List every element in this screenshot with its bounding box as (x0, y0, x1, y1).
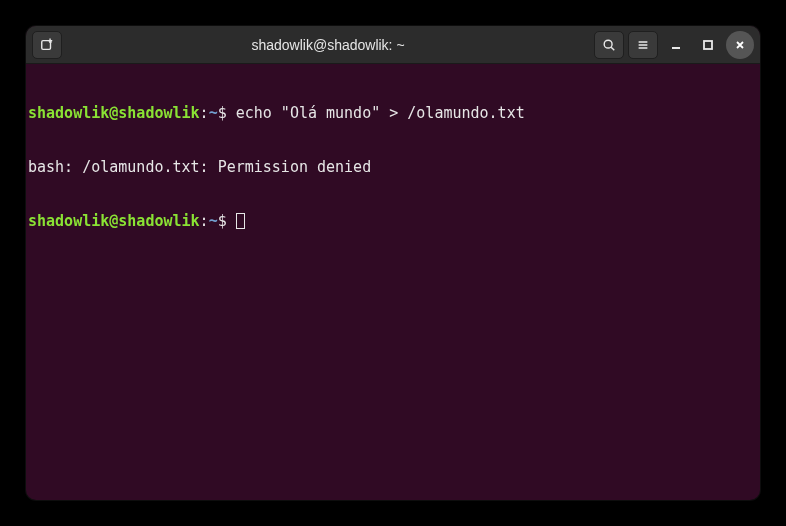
command-1: echo "Olá mundo" > /olamundo.txt (236, 104, 525, 122)
terminal-line: shadowlik@shadowlik:~$ (28, 212, 758, 230)
svg-point-1 (604, 40, 612, 48)
terminal-line: shadowlik@shadowlik:~$ echo "Olá mundo" … (28, 104, 758, 122)
prompt-path: ~ (209, 104, 218, 122)
prompt-symbol: $ (218, 104, 227, 122)
cursor-icon (236, 213, 245, 229)
close-button[interactable] (726, 31, 754, 59)
new-tab-button[interactable] (32, 31, 62, 59)
prompt-symbol: $ (218, 212, 227, 230)
command-text: echo "Olá mundo" > /olamundo.txt (227, 104, 525, 122)
menu-button[interactable] (628, 31, 658, 59)
prompt-path: ~ (209, 212, 218, 230)
minimize-button[interactable] (662, 31, 690, 59)
prompt-colon: : (200, 212, 209, 230)
maximize-button[interactable] (694, 31, 722, 59)
search-button[interactable] (594, 31, 624, 59)
prompt-user: shadowlik@shadowlik (28, 212, 200, 230)
prompt-user: shadowlik@shadowlik (28, 104, 200, 122)
titlebar: shadowlik@shadowlik: ~ (26, 26, 760, 64)
svg-rect-2 (704, 41, 712, 49)
terminal-body[interactable]: shadowlik@shadowlik:~$ echo "Olá mundo" … (26, 64, 760, 500)
terminal-window: shadowlik@shadowlik: ~ shadowlik@shadowl… (26, 26, 760, 500)
prompt-colon: : (200, 104, 209, 122)
window-title: shadowlik@shadowlik: ~ (66, 37, 590, 53)
output-line: bash: /olamundo.txt: Permission denied (28, 158, 758, 176)
titlebar-right-group (594, 31, 754, 59)
